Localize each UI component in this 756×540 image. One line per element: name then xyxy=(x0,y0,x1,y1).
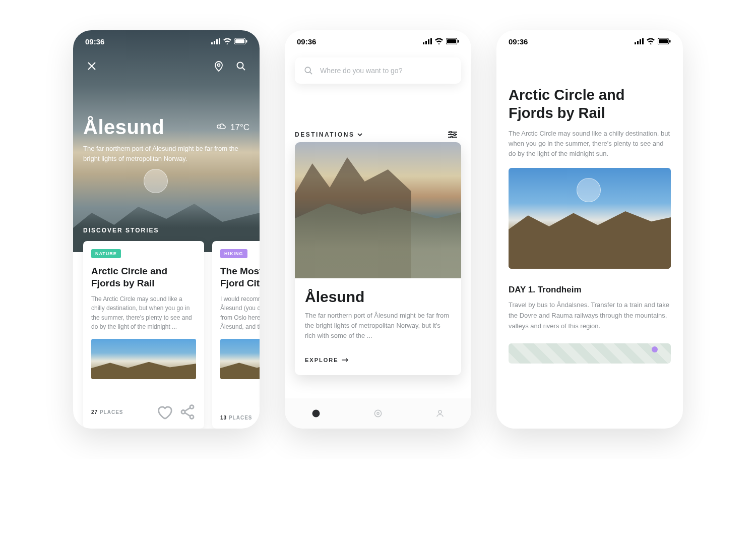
story-excerpt: The Arctic Circle may sound like a chill… xyxy=(91,294,196,332)
destination-hero: Ålesund 17°C The far northern port of Ål… xyxy=(73,30,260,252)
battery-icon xyxy=(658,38,671,44)
search-icon xyxy=(304,66,313,75)
svg-point-26 xyxy=(377,412,379,414)
phone-screen-3: 09:36 Arctic Circle and Fjords by Rail T… xyxy=(496,30,683,429)
weather-widget: 17°C xyxy=(215,123,249,133)
day-heading: DAY 1. Trondheim xyxy=(509,285,671,295)
destination-card[interactable]: Ålesund The far northern port of Ålesund… xyxy=(295,142,461,375)
battery-icon xyxy=(446,38,459,44)
bottom-nav xyxy=(285,398,471,429)
svg-rect-6 xyxy=(246,40,247,43)
story-places: 13 PLACES xyxy=(220,415,252,421)
story-cards-list[interactable]: NATURE Arctic Circle and Fjords by Rail … xyxy=(83,241,260,429)
status-bar: 09:36 xyxy=(285,30,471,52)
cellular-icon xyxy=(211,38,220,44)
nav-profile[interactable] xyxy=(434,408,446,419)
article-lead: The Arctic Circle may sound like a chill… xyxy=(509,129,671,159)
svg-rect-1 xyxy=(214,41,215,44)
temperature-value: 17°C xyxy=(230,123,249,133)
svg-rect-2 xyxy=(216,39,218,44)
explore-button[interactable]: EXPLORE xyxy=(305,357,451,363)
svg-point-22 xyxy=(454,134,456,136)
svg-rect-19 xyxy=(458,40,459,43)
section-label-discover: DISCOVER STORIES xyxy=(83,227,159,234)
story-excerpt: I would recommend flying straight into Å… xyxy=(220,294,260,332)
share-icon[interactable] xyxy=(179,403,196,421)
phone-screen-1: 09:36 Ålesund 17 xyxy=(73,30,260,429)
nav-wheel[interactable] xyxy=(372,408,384,419)
status-bar: 09:36 xyxy=(496,30,683,52)
svg-rect-5 xyxy=(235,39,244,43)
gear-icon xyxy=(373,408,383,418)
article-hero-image xyxy=(509,168,671,269)
nav-explore[interactable] xyxy=(310,408,322,419)
svg-rect-31 xyxy=(642,38,644,44)
user-icon xyxy=(435,409,445,418)
svg-rect-34 xyxy=(669,40,671,43)
wifi-icon xyxy=(435,38,443,44)
svg-rect-14 xyxy=(425,41,427,44)
story-title: The Most Beautiful Fjord City xyxy=(220,265,260,289)
chevron-down-icon xyxy=(357,133,362,137)
story-image xyxy=(220,339,260,379)
story-image xyxy=(91,339,196,379)
touch-indicator xyxy=(144,169,168,193)
search-placeholder: Where do you want to go? xyxy=(320,67,402,75)
touch-indicator xyxy=(577,178,601,202)
status-time: 09:36 xyxy=(297,37,316,46)
status-time: 09:36 xyxy=(509,37,528,46)
status-icons xyxy=(211,38,247,44)
category-badge: HIKING xyxy=(220,249,247,258)
location-button[interactable] xyxy=(210,57,227,75)
search-input[interactable]: Where do you want to go? xyxy=(295,57,461,84)
map-preview[interactable] xyxy=(509,343,671,364)
svg-rect-16 xyxy=(430,38,432,44)
svg-point-7 xyxy=(218,64,220,67)
status-bar: 09:36 xyxy=(73,30,260,52)
close-button[interactable] xyxy=(83,57,100,75)
status-icons xyxy=(635,38,671,44)
destination-title: Ålesund xyxy=(83,116,164,139)
svg-point-23 xyxy=(451,136,453,138)
search-icon xyxy=(236,61,246,71)
story-card[interactable]: HIKING The Most Beautiful Fjord City I w… xyxy=(212,241,260,429)
svg-rect-29 xyxy=(637,41,639,44)
svg-point-20 xyxy=(305,67,310,73)
touch-indicator xyxy=(366,96,390,120)
svg-rect-28 xyxy=(635,42,636,44)
destinations-dropdown[interactable]: DESTINATIONS xyxy=(295,131,362,138)
weather-icon xyxy=(215,123,226,132)
cellular-icon xyxy=(423,38,432,44)
svg-point-9 xyxy=(217,125,220,128)
compass-icon xyxy=(311,409,321,418)
search-button[interactable] xyxy=(232,57,249,75)
close-icon xyxy=(87,61,97,71)
phone-screen-2: 09:36 Where do you want to go? DESTINATI… xyxy=(285,30,471,429)
arrow-right-icon xyxy=(342,358,349,362)
category-badge: NATURE xyxy=(91,249,121,258)
heart-icon[interactable] xyxy=(156,403,173,421)
svg-rect-3 xyxy=(219,38,220,44)
status-icons xyxy=(423,38,459,44)
svg-point-27 xyxy=(438,410,442,413)
svg-rect-15 xyxy=(428,39,429,44)
battery-icon xyxy=(234,38,247,44)
destination-card-title: Ålesund xyxy=(305,288,451,306)
svg-point-8 xyxy=(237,63,243,69)
svg-rect-0 xyxy=(211,42,213,44)
cellular-icon xyxy=(635,38,644,44)
map-pin-icon xyxy=(214,61,224,72)
story-card[interactable]: NATURE Arctic Circle and Fjords by Rail … xyxy=(83,241,204,429)
status-time: 09:36 xyxy=(85,37,104,46)
article-title: Arctic Circle and Fjords by Rail xyxy=(509,86,671,123)
svg-rect-13 xyxy=(423,42,424,44)
wifi-icon xyxy=(647,38,655,44)
filter-button[interactable] xyxy=(444,126,461,143)
destination-description: The far northern port of Ålesund might b… xyxy=(83,144,249,164)
filter-icon xyxy=(448,131,457,138)
svg-point-25 xyxy=(374,410,381,416)
article-view: Arctic Circle and Fjords by Rail The Arc… xyxy=(509,86,671,364)
wifi-icon xyxy=(223,38,231,44)
story-places: 27 PLACES xyxy=(91,409,123,415)
svg-rect-30 xyxy=(640,39,641,44)
